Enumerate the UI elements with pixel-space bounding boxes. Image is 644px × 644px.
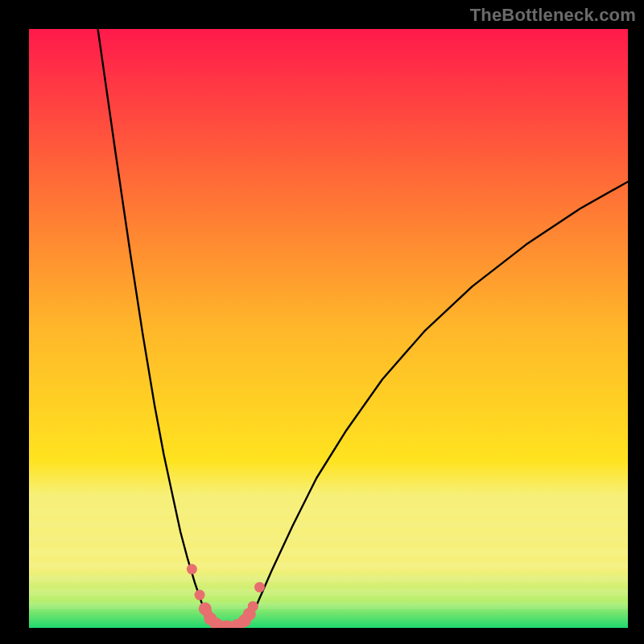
- background-band: [29, 535, 628, 542]
- background-band: [29, 602, 628, 609]
- background-band: [29, 576, 628, 582]
- data-point: [248, 601, 258, 612]
- background-band: [29, 508, 628, 514]
- plot-svg: [29, 29, 628, 628]
- background-band: [29, 562, 628, 568]
- background-band: [29, 548, 628, 555]
- plot-area: [29, 29, 628, 628]
- data-point: [195, 590, 205, 601]
- chart-frame: TheBottleneck.com: [0, 0, 644, 644]
- data-point: [187, 564, 197, 575]
- watermark-text: TheBottleneck.com: [470, 5, 636, 26]
- background-band: [29, 589, 628, 596]
- background-band: [29, 522, 628, 528]
- data-point: [254, 582, 265, 592]
